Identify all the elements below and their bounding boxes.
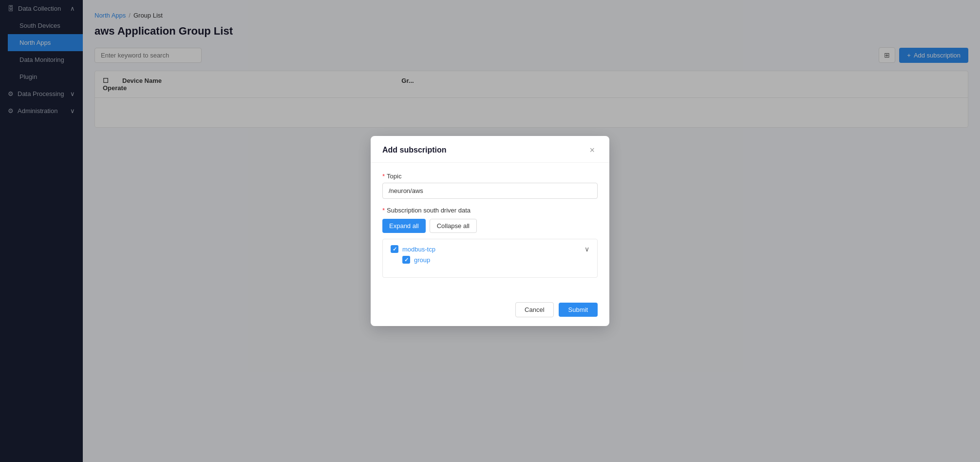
- modal-close-button[interactable]: ×: [586, 145, 598, 155]
- topic-input[interactable]: [382, 183, 598, 199]
- topic-field: * Topic: [382, 173, 598, 199]
- expand-collapse-buttons: Expand all Collapse all: [382, 219, 598, 233]
- modbus-tcp-label: modbus-tcp: [402, 246, 435, 253]
- modal: Add subscription × * Topic * Subscriptio…: [371, 136, 609, 326]
- tree-node-left: modbus-tcp: [391, 245, 435, 253]
- submit-button[interactable]: Submit: [559, 303, 598, 317]
- collapse-all-button[interactable]: Collapse all: [430, 219, 477, 233]
- tree-container: modbus-tcp ∨ group: [382, 239, 598, 278]
- cancel-button[interactable]: Cancel: [515, 302, 553, 317]
- subscription-label: * Subscription south driver data: [382, 207, 598, 214]
- subscription-field: * Subscription south driver data Expand …: [382, 207, 598, 278]
- modal-title: Add subscription: [382, 146, 447, 154]
- modbus-tcp-chevron-icon[interactable]: ∨: [584, 245, 589, 253]
- modbus-tcp-checkbox[interactable]: [391, 245, 398, 253]
- group-checkbox[interactable]: [402, 256, 410, 264]
- group-label: group: [414, 256, 430, 264]
- modal-body: * Topic * Subscription south driver data…: [371, 163, 609, 295]
- modal-footer: Cancel Submit: [371, 295, 609, 326]
- subscription-label-text: Subscription south driver data: [387, 207, 471, 214]
- tree-node-modbus-tcp: modbus-tcp ∨ group: [391, 245, 589, 264]
- modal-overlay[interactable]: Add subscription × * Topic * Subscriptio…: [0, 0, 980, 462]
- tree-child-group: group: [402, 256, 589, 264]
- topic-label: * Topic: [382, 173, 598, 180]
- tree-node-header: modbus-tcp ∨: [391, 245, 589, 253]
- subscription-required-star: *: [382, 207, 385, 214]
- topic-label-text: Topic: [387, 173, 401, 180]
- tree-children: group: [391, 256, 589, 264]
- expand-all-button[interactable]: Expand all: [382, 219, 426, 233]
- topic-required-star: *: [382, 173, 385, 180]
- modal-header: Add subscription ×: [371, 136, 609, 163]
